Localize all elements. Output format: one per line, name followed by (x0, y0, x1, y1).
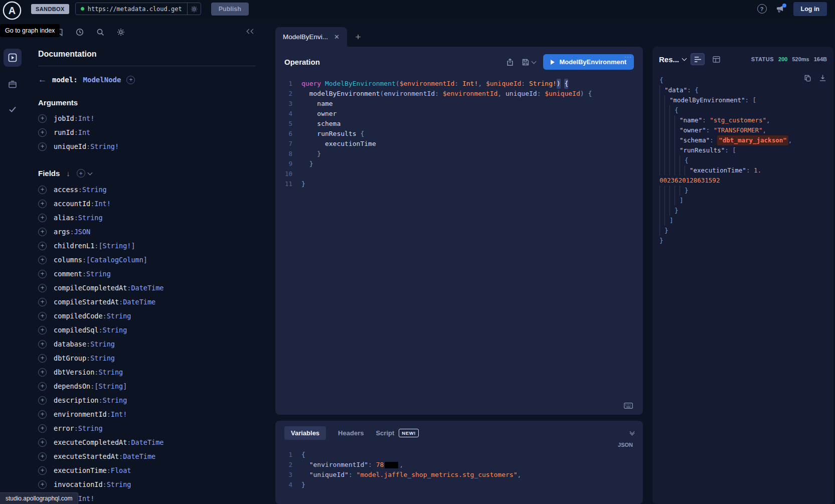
tab-modelbyenvironment[interactable]: ModelByEnvi... ✕ (275, 27, 347, 47)
add-to-operation-icon[interactable]: + (38, 382, 47, 391)
help-icon[interactable]: ? (757, 4, 767, 14)
connection-settings-button[interactable] (187, 3, 201, 15)
add-to-operation-icon[interactable]: + (38, 270, 47, 278)
keyboard-shortcuts-icon[interactable] (624, 403, 633, 409)
left-nav-rail (0, 18, 25, 504)
close-tab-icon[interactable]: ✕ (334, 33, 340, 41)
schema-nav-item[interactable] (4, 77, 22, 92)
publish-button[interactable]: Publish (211, 3, 249, 16)
code-line: { (659, 105, 826, 115)
response-json[interactable]: {"data": {"modelByEnvironment": [{"name"… (659, 75, 826, 246)
doc-field-row: +compiledSql: String (38, 323, 256, 337)
add-to-operation-icon[interactable]: + (38, 396, 47, 405)
checklist-nav-item[interactable] (4, 102, 22, 117)
run-operation-button[interactable]: ModelByEnvironment (543, 54, 634, 70)
field-type-link[interactable]: JSON (74, 228, 91, 236)
field-type-link[interactable]: String (98, 368, 123, 376)
add-to-operation-icon[interactable]: + (38, 410, 47, 419)
add-to-operation-icon[interactable]: + (38, 298, 47, 306)
field-name: compiledSql (54, 326, 98, 334)
field-type-link[interactable]: DateTime (131, 438, 163, 446)
add-all-fields-button[interactable]: + (77, 169, 92, 178)
collapse-variables-icon[interactable] (630, 432, 634, 435)
tab-variables[interactable]: Variables (284, 426, 326, 440)
add-to-operation-icon[interactable]: + (38, 128, 47, 137)
field-type-link[interactable]: Int! (78, 494, 95, 502)
new-tab-button[interactable]: + (350, 27, 366, 47)
add-to-operation-icon[interactable]: + (38, 200, 47, 208)
raw-view-toggle[interactable] (691, 53, 705, 65)
operation-editor[interactable]: 1query ModelByEnvironment($environmentId… (275, 75, 643, 415)
field-type-link[interactable]: Float (111, 466, 131, 474)
add-type-icon[interactable]: + (126, 76, 135, 84)
download-response-icon[interactable] (819, 74, 826, 82)
field-type-link[interactable]: String (90, 354, 115, 362)
field-type-link[interactable]: String (86, 270, 111, 278)
announcements-icon[interactable] (776, 5, 784, 13)
field-type-link[interactable]: String! (90, 142, 119, 150)
tab-headers[interactable]: Headers (338, 429, 364, 437)
save-operation-button[interactable] (522, 58, 536, 66)
sort-fields-icon[interactable]: ↓ (66, 169, 70, 178)
add-to-operation-icon[interactable]: + (38, 326, 47, 334)
add-to-operation-icon[interactable]: + (38, 438, 47, 447)
add-to-operation-icon[interactable]: + (38, 368, 47, 377)
field-type-link[interactable]: String (107, 480, 131, 488)
field-type-link[interactable]: Int (78, 128, 90, 136)
login-button[interactable]: Log in (793, 2, 827, 16)
add-to-operation-icon[interactable]: + (38, 228, 47, 236)
add-to-operation-icon[interactable]: + (38, 242, 47, 250)
field-name: jobId (54, 114, 74, 122)
field-type-link[interactable]: String (103, 396, 127, 404)
field-type-link[interactable]: DateTime (123, 298, 155, 306)
field-type-link[interactable]: String (107, 312, 131, 320)
add-to-operation-icon[interactable]: + (38, 114, 47, 123)
share-operation-icon[interactable] (506, 58, 514, 66)
field-type-link[interactable]: Int! (94, 200, 111, 208)
field-name: access (54, 186, 78, 194)
field-type-link[interactable]: DateTime (123, 452, 155, 460)
doc-field-row: +dbtVersion: String (38, 365, 256, 379)
field-type-link[interactable]: String (82, 186, 107, 194)
field-type-link[interactable]: Int! (78, 114, 95, 122)
add-all-fields-icon[interactable]: + (77, 169, 85, 178)
search-icon[interactable] (96, 28, 104, 36)
add-to-operation-icon[interactable]: + (38, 466, 47, 475)
add-to-operation-icon[interactable]: + (38, 452, 47, 461)
field-type-link[interactable]: String (78, 424, 103, 432)
add-to-operation-icon[interactable]: + (38, 186, 47, 194)
field-type-link[interactable]: DateTime (131, 284, 163, 292)
field-type-link[interactable]: String (103, 326, 127, 334)
field-type-link[interactable]: [CatalogColumn] (86, 256, 147, 264)
settings-gear-icon[interactable] (117, 28, 125, 36)
collapse-panel-icon[interactable] (247, 31, 255, 33)
table-view-toggle[interactable] (709, 53, 723, 65)
field-name: compileCompletedAt (54, 284, 127, 292)
tab-script[interactable]: Script (376, 429, 394, 437)
add-to-operation-icon[interactable]: + (38, 256, 47, 264)
field-type-link[interactable]: [String!] (98, 242, 135, 250)
add-to-operation-icon[interactable]: + (38, 480, 47, 489)
save-options-chevron-icon[interactable] (532, 59, 537, 64)
add-to-operation-icon[interactable]: + (38, 424, 47, 433)
response-title-dropdown[interactable]: Res... (659, 55, 686, 64)
add-to-operation-icon[interactable]: + (38, 142, 47, 151)
apollo-logo[interactable]: A (3, 1, 22, 20)
copy-response-icon[interactable] (804, 74, 811, 82)
history-icon[interactable] (76, 28, 84, 36)
back-icon[interactable]: ← (38, 75, 47, 85)
field-type-link[interactable]: String (78, 214, 103, 222)
add-to-operation-icon[interactable]: + (38, 214, 47, 222)
field-type-link[interactable]: String (90, 340, 115, 348)
add-to-operation-icon[interactable]: + (38, 354, 47, 363)
add-to-operation-icon[interactable]: + (38, 312, 47, 320)
field-type-link[interactable]: [String] (94, 382, 127, 390)
field-type-link[interactable]: Int! (111, 410, 127, 418)
explorer-nav-item[interactable] (4, 49, 22, 67)
variables-editor[interactable]: 1{2 "environmentId": 78,3 "uniqueId": "m… (275, 443, 643, 490)
add-to-operation-icon[interactable]: + (38, 340, 47, 349)
editor-menu-icon[interactable]: ⋯ (624, 53, 632, 62)
add-to-operation-icon[interactable]: + (38, 284, 47, 292)
type-name-link[interactable]: ModelNode (83, 76, 121, 84)
graph-url-chip[interactable]: https://metadata.cloud.get (75, 3, 201, 15)
